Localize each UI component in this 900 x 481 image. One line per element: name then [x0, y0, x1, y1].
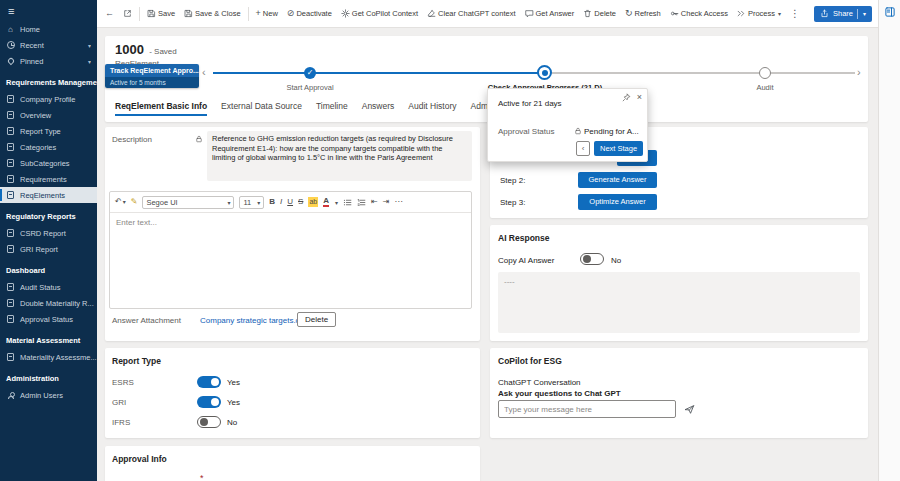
- strikethrough-button[interactable]: S: [298, 197, 303, 207]
- pencil-icon: ✎: [131, 197, 138, 207]
- delete-button[interactable]: Delete: [581, 7, 618, 20]
- attachment-file-link[interactable]: Company strategic targets.docx: [200, 316, 313, 325]
- outdent-button[interactable]: ⇤: [371, 197, 378, 207]
- overview-icon: [7, 111, 14, 119]
- sidebar-item-audit-status[interactable]: Audit Status: [0, 279, 97, 295]
- save-and-close-button[interactable]: Save & Close: [182, 7, 242, 20]
- popout-button[interactable]: [121, 7, 134, 20]
- generate-answer-button[interactable]: Generate Answer: [578, 172, 657, 188]
- bpf-scroll-right-icon[interactable]: ›: [857, 66, 861, 78]
- chatgpt-message-input[interactable]: [498, 400, 676, 418]
- ask-questions-label: Ask your questions to Chat GPT: [498, 389, 621, 398]
- sidebar-item-report-type[interactable]: Report Type: [0, 123, 97, 139]
- clear-chatgpt-context-button[interactable]: Clear ChatGPT context: [425, 7, 517, 20]
- sidebar-item-pinned[interactable]: Pinned ▾: [0, 53, 97, 69]
- sidebar-item-materiality-assessment[interactable]: Materiality Assessme...: [0, 349, 97, 365]
- highlight-button[interactable]: ab: [308, 197, 318, 207]
- sidebar-item-recent[interactable]: Recent ▾: [0, 37, 97, 53]
- bpf-stage-audit-dot[interactable]: [759, 67, 771, 79]
- share-button[interactable]: Share ▾: [814, 6, 872, 22]
- back-button[interactable]: ←: [103, 7, 116, 20]
- previous-stage-button[interactable]: ‹: [576, 141, 590, 156]
- tab-external-data-source[interactable]: External Data Source: [221, 101, 302, 111]
- numbered-list-button[interactable]: [357, 198, 366, 207]
- save-icon: [147, 9, 156, 18]
- save-button[interactable]: Save: [145, 7, 177, 20]
- check-access-button[interactable]: Check Access: [668, 7, 730, 20]
- chatgpt-conversation-label: ChatGPT Conversation: [498, 378, 581, 387]
- form-tabs: ReqElement Basic Info External Data Sour…: [115, 96, 544, 116]
- sidebar-item-requirements[interactable]: Requirements: [0, 171, 97, 187]
- tab-audit-history[interactable]: Audit History: [408, 101, 456, 111]
- sidebar-item-home[interactable]: ⌂ Home: [0, 21, 97, 37]
- side-pane-icon[interactable]: [884, 6, 896, 18]
- bpf-connector-done: [213, 72, 545, 74]
- next-stage-button[interactable]: Next Stage: [594, 141, 643, 156]
- sidebar-item-subcategories[interactable]: SubCategories: [0, 155, 97, 171]
- sidebar-item-approval-status[interactable]: Approval Status: [0, 311, 97, 327]
- sidebar-item-admin-users[interactable]: Admin Users: [0, 387, 97, 403]
- get-answer-button[interactable]: Get Answer: [523, 7, 577, 20]
- report-type-title: Report Type: [112, 356, 161, 366]
- tab-answers[interactable]: Answers: [362, 101, 395, 111]
- gri-toggle[interactable]: [197, 396, 221, 408]
- pin-icon[interactable]: [622, 93, 631, 102]
- sidebar-item-double-materiality[interactable]: Double Materiality R...: [0, 295, 97, 311]
- outdent-icon: ⇤: [371, 197, 378, 207]
- tab-reqelement-basic-info[interactable]: ReqElement Basic Info: [115, 101, 207, 111]
- undo-button[interactable]: ↶▾: [115, 197, 126, 207]
- bpf-scroll-left-icon[interactable]: ‹: [202, 66, 206, 78]
- sidebar-item-reqelements[interactable]: ReqElements: [0, 187, 97, 203]
- optimize-answer-button[interactable]: Optimize Answer: [578, 194, 657, 210]
- chevron-down-icon: ▾: [257, 199, 260, 206]
- ai-response-section: AI Response Copy AI Answer No ----: [490, 225, 868, 341]
- italic-button[interactable]: I: [280, 197, 282, 207]
- sidebar-item-gri-report[interactable]: GRI Report: [0, 241, 97, 257]
- indent-icon: ⇥: [383, 197, 390, 207]
- font-size-select[interactable]: 11 ▾: [239, 196, 264, 209]
- bpf-stage-start-approval-label[interactable]: Start Approval: [286, 83, 333, 92]
- ellipsis-icon: ⋯: [394, 197, 402, 207]
- get-copilot-context-button[interactable]: Get CoPilot Context: [339, 7, 420, 20]
- close-icon[interactable]: ×: [637, 93, 642, 102]
- font-color-button[interactable]: A: [323, 197, 329, 207]
- bullet-list-button[interactable]: [343, 198, 352, 207]
- process-button[interactable]: Process ▾: [735, 7, 783, 20]
- subcategories-icon: [7, 159, 14, 167]
- double-materiality-icon: [7, 299, 14, 307]
- sidebar-item-company-profile[interactable]: Company Profile: [0, 91, 97, 107]
- bpf-connector-future: [545, 72, 855, 74]
- new-button[interactable]: + New: [254, 7, 280, 20]
- sidebar-item-categories[interactable]: Categories: [0, 139, 97, 155]
- categories-icon: [7, 143, 14, 151]
- esrs-value: Yes: [227, 378, 240, 387]
- underline-button[interactable]: U: [287, 197, 293, 207]
- menu-icon[interactable]: ≡: [0, 0, 97, 21]
- basic-info-section: Description Reference to GHG emission re…: [105, 127, 480, 341]
- more-commands-button[interactable]: ⋮: [788, 7, 802, 20]
- sidebar-item-csrd-report[interactable]: CSRD Report: [0, 225, 97, 241]
- copilot-for-esg-section: CoPilot for ESG ChatGPT Conversation Ask…: [490, 348, 868, 438]
- answer-text-input[interactable]: [110, 213, 471, 307]
- tab-timeline[interactable]: Timeline: [316, 101, 348, 111]
- font-family-select[interactable]: Segoe UI ▾: [142, 196, 234, 209]
- bold-button[interactable]: B: [269, 197, 275, 207]
- copy-ai-answer-toggle[interactable]: [580, 253, 604, 265]
- copilot-title: CoPilot for ESG: [498, 356, 562, 366]
- format-painter-button[interactable]: ✎: [131, 197, 138, 207]
- bpf-stage-start-approval-dot[interactable]: ✓: [304, 67, 316, 79]
- active-bpf-badge[interactable]: Track ReqElement Appro... Active for 5 m…: [105, 64, 199, 88]
- ifrs-toggle[interactable]: [197, 416, 221, 428]
- esrs-toggle[interactable]: [197, 376, 221, 388]
- indent-button[interactable]: ⇥: [383, 197, 390, 207]
- attachment-delete-button[interactable]: Delete: [297, 312, 336, 327]
- more-formatting-button[interactable]: ⋯: [394, 197, 402, 207]
- bpf-stage-audit-label[interactable]: Audit: [756, 83, 773, 92]
- bpf-stage-check-approval-dot[interactable]: [537, 65, 552, 80]
- deactivate-button[interactable]: ⊘ Deactivate: [285, 7, 334, 20]
- sidebar-item-overview[interactable]: Overview: [0, 107, 97, 123]
- refresh-button[interactable]: ↻ Refresh: [623, 7, 663, 20]
- eraser-icon: [427, 9, 436, 18]
- send-icon[interactable]: [684, 404, 695, 415]
- pinned-icon: [6, 57, 14, 65]
